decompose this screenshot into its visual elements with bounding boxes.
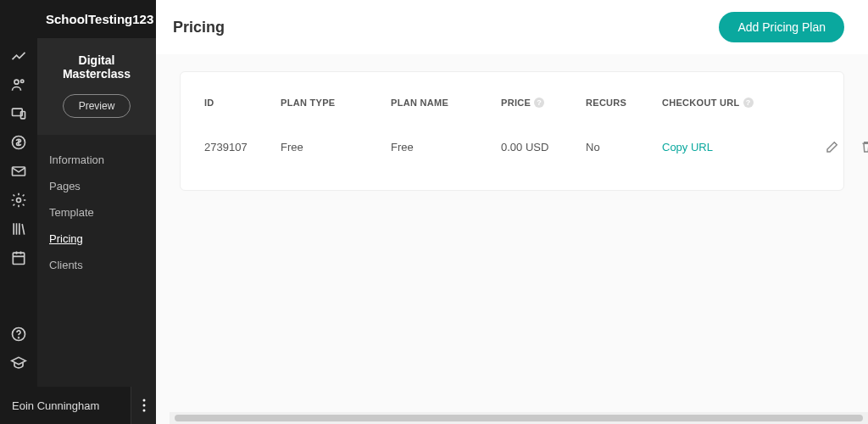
horizontal-scrollbar[interactable] bbox=[170, 412, 868, 424]
svg-rect-7 bbox=[13, 253, 24, 264]
row-actions bbox=[798, 139, 868, 154]
th-plan-name: PLAN NAME bbox=[391, 98, 501, 108]
dollar-icon[interactable] bbox=[0, 129, 37, 156]
svg-point-10 bbox=[142, 399, 145, 402]
add-pricing-plan-button[interactable]: Add Pricing Plan bbox=[719, 12, 844, 42]
info-icon[interactable]: ? bbox=[534, 98, 544, 108]
main-header: Pricing Add Pricing Plan bbox=[156, 0, 868, 54]
svg-point-11 bbox=[142, 404, 145, 407]
sidebar-nav: Information Pages Template Pricing Clien… bbox=[37, 135, 156, 290]
cell-recurs: No bbox=[586, 141, 662, 153]
copy-url-link[interactable]: Copy URL bbox=[662, 141, 798, 153]
more-vertical-icon bbox=[142, 399, 146, 412]
graduation-icon[interactable] bbox=[0, 349, 37, 377]
brand-area: SchoolTesting123 bbox=[0, 0, 156, 38]
cell-id: 2739107 bbox=[204, 141, 281, 153]
brand-title: SchoolTesting123 bbox=[46, 12, 146, 26]
devices-icon[interactable] bbox=[0, 100, 37, 127]
help-icon[interactable] bbox=[0, 321, 37, 348]
course-block: Digital Masterclass Preview bbox=[37, 38, 156, 135]
calendar-icon[interactable] bbox=[0, 244, 37, 271]
table-row: 2739107 Free Free 0.00 USD No Copy URL bbox=[204, 124, 820, 165]
sidebar: SchoolTesting123 Digital Masterclass Pre… bbox=[37, 0, 156, 424]
cell-price: 0.00 USD bbox=[501, 141, 586, 153]
pricing-table-card: ID PLAN TYPE PLAN NAME PRICE ? RECURS CH… bbox=[180, 71, 844, 191]
mail-icon[interactable] bbox=[0, 158, 37, 185]
cell-plan-name: Free bbox=[391, 141, 501, 153]
sidebar-item-pricing[interactable]: Pricing bbox=[49, 226, 144, 252]
people-icon[interactable] bbox=[0, 71, 37, 98]
main-content: Pricing Add Pricing Plan ID PLAN TYPE PL… bbox=[156, 0, 868, 424]
analytics-icon[interactable] bbox=[0, 42, 37, 70]
th-plan-type: PLAN TYPE bbox=[281, 98, 391, 108]
cell-plan-type: Free bbox=[281, 141, 391, 153]
svg-point-12 bbox=[142, 410, 145, 412]
scrollbar-thumb[interactable] bbox=[175, 415, 863, 421]
th-actions bbox=[798, 98, 868, 108]
th-id: ID bbox=[204, 98, 281, 108]
th-checkout-url: CHECKOUT URL ? bbox=[662, 98, 798, 108]
icon-rail bbox=[0, 0, 37, 424]
preview-button[interactable]: Preview bbox=[63, 94, 131, 118]
edit-icon[interactable] bbox=[825, 139, 840, 154]
course-title: Digital Masterclass bbox=[46, 53, 147, 81]
sidebar-item-clients[interactable]: Clients bbox=[49, 252, 144, 278]
svg-point-0 bbox=[14, 80, 19, 84]
page-title: Pricing bbox=[173, 19, 225, 36]
svg-point-6 bbox=[17, 198, 21, 203]
table-header: ID PLAN TYPE PLAN NAME PRICE ? RECURS CH… bbox=[204, 89, 820, 124]
library-icon[interactable] bbox=[0, 215, 37, 243]
th-recurs: RECURS bbox=[586, 98, 662, 108]
sidebar-item-template[interactable]: Template bbox=[49, 199, 144, 226]
th-price: PRICE ? bbox=[501, 98, 586, 108]
footer-more-button[interactable] bbox=[131, 387, 156, 424]
content-area: ID PLAN TYPE PLAN NAME PRICE ? RECURS CH… bbox=[156, 54, 868, 424]
sidebar-item-information[interactable]: Information bbox=[49, 147, 144, 173]
svg-point-9 bbox=[19, 338, 19, 338]
gear-icon[interactable] bbox=[0, 187, 37, 214]
info-icon[interactable]: ? bbox=[743, 98, 754, 108]
delete-icon[interactable] bbox=[859, 139, 868, 154]
sidebar-item-pages[interactable]: Pages bbox=[49, 173, 144, 199]
svg-point-1 bbox=[21, 80, 24, 82]
footer-user-name: Eoin Cunningham bbox=[12, 399, 99, 412]
